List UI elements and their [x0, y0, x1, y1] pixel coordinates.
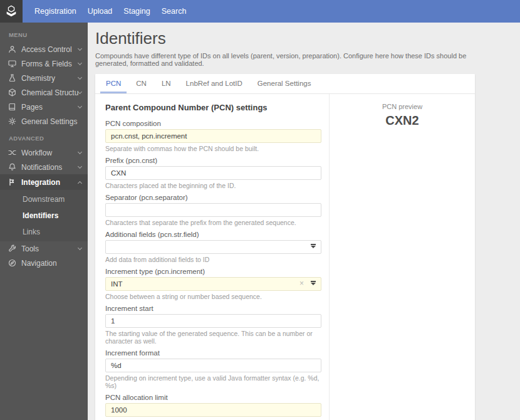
field-label: Increment format	[105, 349, 321, 357]
sidebar-item-access-control[interactable]: Access Control	[0, 42, 88, 56]
nav-upload[interactable]: Upload	[82, 0, 118, 23]
tab-cn[interactable]: CN	[130, 74, 152, 93]
shuffle-icon	[8, 149, 16, 157]
field-pcn-composition: PCN composition Separate with commas how…	[105, 120, 321, 152]
identifiers-card: PCN CN LN LnbRef and LotID General Setti…	[95, 74, 475, 420]
increment-start-input[interactable]	[105, 314, 321, 328]
field-prefix: Prefix (pcn.cnst) Characters placed at t…	[105, 157, 321, 189]
field-increment-format: Increment format Depending on increment …	[105, 349, 321, 389]
sidebar-item-forms-fields[interactable]: Forms & Fields	[0, 56, 88, 71]
flask-icon	[8, 74, 16, 83]
main-content: Identifiers Compounds have different typ…	[88, 23, 520, 420]
monitor-icon	[8, 60, 16, 68]
nav-staging[interactable]: Staging	[118, 0, 155, 23]
sidebar-item-workflow[interactable]: Workflow	[0, 145, 88, 160]
field-increment-start: Increment start The starting value of th…	[105, 305, 321, 345]
increment-format-input[interactable]	[105, 359, 321, 372]
field-help: Depending on increment type, use a valid…	[105, 374, 321, 389]
sidebar-section-menu: MENU	[0, 25, 88, 42]
clear-selection-icon[interactable]: ×	[299, 279, 304, 288]
tab-general-settings[interactable]: General Settings	[252, 74, 317, 93]
sidebar-item-chemistry[interactable]: Chemistry	[0, 71, 88, 85]
chevron-down-icon	[78, 46, 82, 50]
compass-icon	[8, 259, 16, 268]
preview-label: PCN preview	[330, 103, 475, 110]
separator-input[interactable]	[105, 203, 321, 217]
pcn-composition-input[interactable]	[105, 129, 321, 143]
tab-lnbref-lotid[interactable]: LnbRef and LotID	[180, 74, 248, 93]
sidebar-item-label: Access Control	[21, 45, 78, 54]
sidebar-item-general-settings[interactable]: General Settings	[0, 114, 88, 129]
sidebar-item-chemical-structures[interactable]: Chemical Structures	[0, 85, 88, 100]
field-additional-fields: Additional fields (pcn.str.field) Add da…	[105, 231, 321, 263]
cube-icon	[8, 88, 16, 97]
chevron-down-icon	[78, 60, 82, 65]
bell-icon	[8, 163, 16, 172]
sidebar-item-label: Chemistry	[21, 74, 78, 83]
sidebar-item-label: Notifications	[21, 163, 78, 172]
top-bar: Registration Upload Staging Search	[0, 0, 520, 23]
field-separator: Separator (pcn.separator) Characters tha…	[105, 194, 321, 226]
tab-ln[interactable]: LN	[156, 74, 177, 93]
field-help: The starting value of the generated sequ…	[105, 330, 321, 345]
sidebar-item-label: Pages	[21, 103, 78, 112]
field-help: Separate with commas how the PCN should …	[105, 145, 321, 152]
wrench-icon	[8, 244, 16, 253]
chevron-up-icon	[78, 181, 82, 185]
sidebar-item-downstream[interactable]: Downstream	[0, 191, 88, 207]
sidebar-item-pages[interactable]: Pages	[0, 100, 88, 114]
sidebar: MENU Access Control Forms & Fields Chemi…	[0, 23, 88, 420]
field-help: Add data from additional fields to ID	[105, 256, 321, 263]
allocation-limit-input[interactable]	[105, 403, 321, 417]
pcn-preview-panel: PCN preview CXN2	[330, 94, 475, 420]
preview-value: CXN2	[330, 113, 475, 128]
nav-registration[interactable]: Registration	[29, 0, 82, 23]
book-icon	[8, 103, 16, 112]
additional-fields-select[interactable]	[105, 240, 321, 254]
increment-type-select[interactable]	[105, 277, 321, 291]
field-label: Prefix (pcn.cnst)	[105, 157, 321, 164]
chevron-down-icon	[78, 89, 82, 93]
cube-logo-icon	[4, 4, 18, 18]
sidebar-item-integration[interactable]: Integration	[0, 174, 88, 190]
chevron-down-icon	[78, 103, 82, 108]
field-label: Additional fields (pcn.str.field)	[105, 231, 321, 238]
sidebar-item-navigation[interactable]: Navigation	[0, 256, 88, 270]
field-help: Characters placed at the beginning of th…	[105, 182, 321, 189]
app-logo[interactable]	[0, 0, 23, 23]
chevron-down-icon	[78, 245, 82, 249]
sidebar-item-label: General Settings	[21, 117, 81, 126]
sidebar-item-tools[interactable]: Tools	[0, 241, 88, 256]
page-title: Identifiers	[95, 29, 475, 48]
field-label: PCN composition	[105, 120, 321, 127]
person-icon	[8, 45, 16, 54]
chevron-down-icon	[78, 75, 82, 79]
sidebar-item-notifications[interactable]: Notifications	[0, 160, 88, 174]
gear-icon	[8, 117, 16, 126]
top-nav: Registration Upload Staging Search	[23, 0, 520, 23]
integration-submenu: Downstream Identifiers Links	[0, 190, 88, 241]
tab-bar: PCN CN LN LnbRef and LotID General Setti…	[95, 74, 475, 94]
chevron-down-icon	[78, 149, 82, 154]
field-allocation-limit: PCN allocation limit Maximum number of I…	[105, 394, 321, 420]
sidebar-item-label: Navigation	[21, 259, 81, 268]
page-description: Compounds have different type of IDs on …	[95, 52, 475, 67]
sidebar-item-links[interactable]: Links	[0, 224, 88, 240]
field-label: Increment start	[105, 305, 321, 312]
prefix-input[interactable]	[105, 166, 321, 180]
field-label: Increment type (pcn.increment)	[105, 268, 321, 275]
pcn-settings-form: Parent Compound Number (PCN) settings PC…	[95, 94, 330, 420]
nav-search[interactable]: Search	[156, 0, 192, 23]
field-help: Characters that separate the prefix from…	[105, 219, 321, 226]
tab-pcn[interactable]: PCN	[100, 74, 127, 93]
section-title: Parent Compound Number (PCN) settings	[105, 103, 321, 112]
integration-icon	[8, 178, 16, 187]
field-increment-type: Increment type (pcn.increment) × Choose …	[105, 268, 321, 300]
sidebar-item-label: Tools	[21, 244, 78, 253]
sidebar-item-label: Workflow	[21, 149, 78, 157]
field-label: Separator (pcn.separator)	[105, 194, 321, 201]
sidebar-item-label: Integration	[21, 178, 78, 187]
field-label: PCN allocation limit	[105, 394, 321, 401]
sidebar-section-advanced: ADVANCED	[0, 129, 88, 145]
sidebar-item-identifiers[interactable]: Identifiers	[0, 207, 88, 224]
